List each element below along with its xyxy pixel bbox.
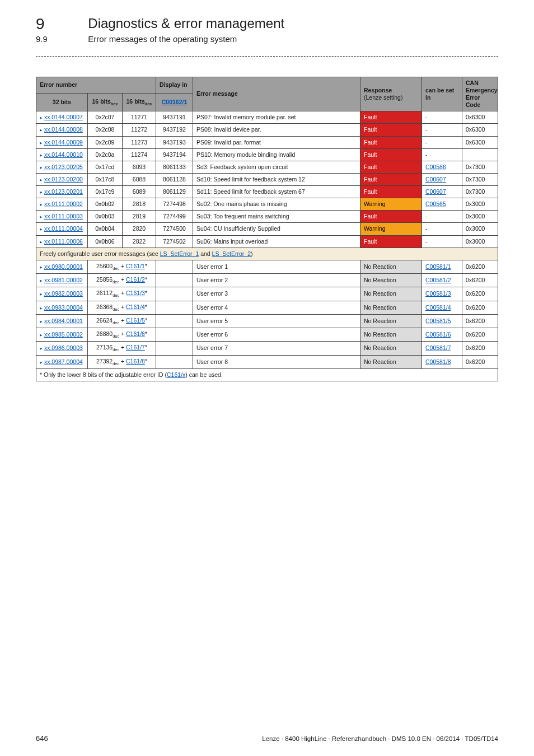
response-value: Fault — [360, 111, 422, 124]
set-link[interactable]: C00607 — [425, 176, 446, 183]
error-id-link[interactable]: xx.0111.00004 — [44, 225, 83, 232]
table-row: ▸ xx.0123.002050x17cd60938061133Sd3: Fee… — [36, 161, 498, 173]
set-link[interactable]: C00581/6 — [425, 331, 451, 338]
table-row: ▸ xx.0111.000020x0b0228187274498Su02: On… — [36, 198, 498, 211]
set-link[interactable]: C00581/7 — [425, 344, 451, 351]
set-link[interactable]: C00586 — [425, 164, 446, 170]
display-value: 9437193 — [156, 136, 193, 148]
set-link[interactable]: C00607 — [425, 188, 446, 195]
hex-composite: 26624dec + C161/5* — [88, 314, 156, 328]
hex-value: 0x17c8 — [88, 173, 123, 185]
cref-link[interactable]: C161/5 — [126, 317, 145, 324]
hdr-can: CAN Emergency Error Code — [462, 77, 498, 111]
display-code-link[interactable]: C00162/1 — [162, 99, 188, 105]
set-link[interactable]: C00581/4 — [425, 304, 451, 311]
cref-link[interactable]: C161/6 — [126, 330, 145, 337]
footnote-link[interactable]: C161/x — [167, 371, 185, 378]
response-value: Fault — [360, 186, 422, 198]
error-message: User error 2 — [193, 274, 360, 287]
hdr-16bits-dec: 16 bitsdec — [123, 94, 156, 111]
triangle-icon: ▸ — [40, 318, 43, 324]
triangle-icon: ▸ — [40, 189, 43, 195]
triangle-icon: ▸ — [40, 332, 43, 338]
error-message: PS08: Invalid device par. — [193, 124, 360, 136]
ls-seterror-2-link[interactable]: LS_SetError_2 — [212, 250, 251, 257]
set-link[interactable]: C00581/1 — [425, 263, 451, 270]
dec-value: 11271 — [123, 111, 156, 124]
set-link[interactable]: C00581/5 — [425, 318, 451, 324]
can-code: 0x7300 — [462, 173, 498, 185]
table-row: ▸ xx.0111.000040x0b0428207274500Su04: CU… — [36, 223, 498, 235]
error-id-link[interactable]: xx.0123.00201 — [44, 188, 83, 195]
display-value: 7274500 — [156, 223, 193, 235]
display-value: 9437191 — [156, 111, 193, 124]
section-header: 9.9 Error messages of the operating syst… — [36, 33, 498, 44]
error-id-link[interactable]: xx.0982.00003 — [44, 290, 83, 297]
response-sub: (Lenze setting) — [364, 94, 402, 101]
dec-value: 6088 — [123, 173, 156, 185]
error-id-link[interactable]: xx.0111.00002 — [44, 200, 83, 207]
can-label: CAN — [466, 80, 479, 86]
note-suffix: ) — [251, 250, 253, 257]
error-id-link[interactable]: xx.0144.00008 — [44, 126, 83, 133]
error-id-link[interactable]: xx.0980.00001 — [44, 263, 83, 270]
set-link[interactable]: C00581/8 — [425, 358, 451, 365]
cref-link[interactable]: C161/4 — [126, 304, 145, 310]
response-value: No Reaction — [360, 314, 422, 328]
footnote-row: * Only the lower 8 bits of the adjustabl… — [36, 368, 498, 381]
set-link[interactable]: C00581/3 — [425, 290, 451, 297]
error-id-link[interactable]: xx.0981.00002 — [44, 277, 83, 283]
error-id-link[interactable]: xx.0111.00003 — [44, 213, 83, 220]
cref-link[interactable]: C161/3 — [126, 290, 145, 296]
dec-value: 6093 — [123, 161, 156, 173]
response-value: Fault — [360, 124, 422, 136]
error-id-link[interactable]: xx.0144.00010 — [44, 151, 83, 158]
hex-value: 0x2c07 — [88, 111, 123, 124]
chapter-number: 9 — [36, 16, 86, 33]
can-code: 0x7300 — [462, 161, 498, 173]
hex-value: 0x17cd — [88, 161, 123, 173]
config-note-row: Freely configurable user error messages … — [36, 248, 498, 260]
table-row: ▸ xx.0144.000100x2c0a112749437194PS10: M… — [36, 148, 498, 161]
error-id-link[interactable]: xx.0986.00003 — [44, 344, 83, 351]
cref-link[interactable]: C161/2 — [126, 276, 145, 283]
error-id-link[interactable]: xx.0987.00004 — [44, 358, 83, 365]
note-prefix: Freely configurable user error messages … — [40, 250, 160, 257]
set-cell: - — [422, 111, 462, 124]
hdr-response: Response (Lenze setting) — [360, 77, 422, 111]
chapter-header: 9 Diagnostics & error management — [36, 16, 498, 33]
error-id-link[interactable]: xx.0985.00002 — [44, 331, 83, 338]
ls-seterror-1-link[interactable]: LS_SetError_1 — [160, 250, 199, 257]
error-id-link[interactable]: xx.0983.00004 — [44, 304, 83, 311]
response-value: No Reaction — [360, 274, 422, 287]
can-code: 0x6300 — [462, 124, 498, 136]
error-id-link[interactable]: xx.0123.00205 — [44, 164, 83, 170]
table-row: ▸ xx.0111.000060x0b0628227274502Su06: Ma… — [36, 235, 498, 248]
hex-composite: 27392dec + C161/8* — [88, 355, 156, 368]
display-value: 8061133 — [156, 161, 193, 173]
error-message: Sd11: Speed limit for feedback system 67 — [193, 186, 360, 198]
can-code: 0x6300 — [462, 136, 498, 148]
hdr-error-number: Error number — [36, 77, 156, 93]
can-code: 0x3000 — [462, 223, 498, 235]
set-link[interactable]: C00565 — [425, 200, 446, 207]
set-link[interactable]: C00581/2 — [425, 277, 451, 283]
cref-link[interactable]: C161/1 — [126, 263, 145, 269]
error-id-link[interactable]: xx.0111.00006 — [44, 238, 83, 245]
triangle-icon: ▸ — [40, 359, 43, 365]
hex-value: 0x0b03 — [88, 211, 123, 223]
triangle-icon: ▸ — [40, 201, 43, 207]
can-code: 0x6200 — [462, 274, 498, 287]
dec-value: 6089 — [123, 186, 156, 198]
error-id-link[interactable]: xx.0144.00009 — [44, 139, 83, 146]
error-id-link[interactable]: xx.0123.00200 — [44, 176, 83, 183]
can-code: 0x6200 — [462, 355, 498, 368]
error-id-link[interactable]: xx.0984.00001 — [44, 318, 83, 324]
cref-link[interactable]: C161/7 — [126, 344, 145, 351]
error-id-link[interactable]: xx.0144.00007 — [44, 114, 83, 120]
dec-value: 2822 — [123, 235, 156, 248]
cref-link[interactable]: C161/8 — [126, 358, 145, 365]
hdr-can-be-set-in: can be set in — [422, 77, 462, 111]
error-message: Sd10: Speed limit for feedback system 12 — [193, 173, 360, 185]
table-row: ▸ xx.0981.0000225856dec + C161/2*User er… — [36, 274, 498, 287]
